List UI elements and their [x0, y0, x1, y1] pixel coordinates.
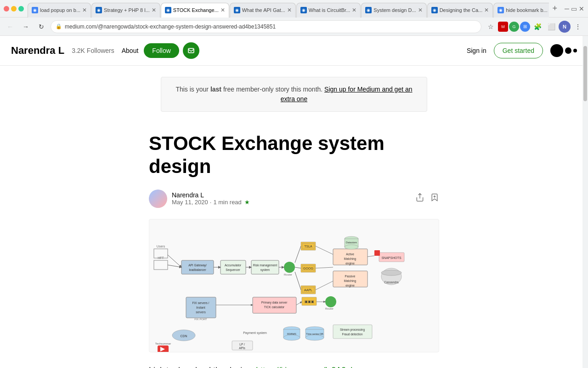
- svg-text:Matching: Matching: [344, 257, 356, 261]
- profile-circle[interactable]: N: [559, 21, 571, 33]
- minimize-window-button[interactable]: ─: [565, 5, 569, 12]
- svg-text:Stream processing: Stream processing: [340, 328, 365, 332]
- maximize-window-button[interactable]: ▭: [571, 5, 577, 12]
- svg-rect-7: [181, 260, 214, 274]
- svg-point-20: [284, 262, 295, 273]
- svg-text:Primary data server: Primary data server: [261, 301, 288, 305]
- svg-text:Fraud detection: Fraud detection: [342, 333, 363, 336]
- svg-text:Matching: Matching: [344, 279, 356, 283]
- meta-star: ★: [244, 199, 250, 206]
- ext4-button[interactable]: 🧩: [531, 20, 544, 33]
- article-meta: Narendra L May 11, 2020 · 1 min read ★: [149, 190, 439, 208]
- forward-button[interactable]: →: [19, 20, 32, 33]
- meta-details: May 11, 2020 · 1 min read ★: [172, 199, 250, 206]
- svg-text:CDN: CDN: [180, 334, 187, 338]
- maximize-traffic-light[interactable]: [18, 6, 24, 12]
- svg-text:servers: servers: [196, 310, 206, 314]
- traffic-lights: [4, 6, 24, 12]
- svg-rect-16: [251, 260, 279, 274]
- bookmark-button[interactable]: ☆: [484, 20, 497, 33]
- tab-close-tab6[interactable]: ✕: [418, 7, 423, 13]
- browser-tab-tab7[interactable]: ◉Designing the Ca...✕: [427, 3, 493, 17]
- logo-circle-mid: [565, 47, 571, 54]
- header-right: Sign in Get started: [467, 43, 577, 58]
- browser-tab-tab8[interactable]: ◉hide bookmark b...✕: [493, 3, 548, 17]
- about-link[interactable]: About: [122, 47, 139, 54]
- article-link-paragraph: Link to download the design: https://i.i…: [149, 363, 439, 368]
- svg-text:FIX servers /: FIX servers /: [192, 301, 209, 305]
- svg-text:engine: engine: [345, 284, 355, 288]
- browser-tab-tab5[interactable]: ◉What is CircuitBr...✕: [296, 3, 361, 17]
- ext3-button[interactable]: ⊞: [520, 22, 530, 32]
- svg-point-55: [345, 245, 358, 249]
- address-bar[interactable]: 🔒 medium.com/@narengowda/stock-exchange-…: [51, 20, 481, 33]
- save-button[interactable]: [430, 193, 439, 204]
- svg-rect-81: [333, 325, 372, 339]
- sign-in-link[interactable]: Sign in: [467, 47, 486, 54]
- svg-text:Payment system: Payment system: [243, 331, 267, 335]
- svg-text:Router: Router: [325, 307, 334, 310]
- tab-close-tab4[interactable]: ✕: [287, 7, 292, 13]
- reload-button[interactable]: ↻: [35, 20, 48, 33]
- followers-count: 3.2K Followers: [72, 47, 114, 54]
- medium-header: Narendra L 3.2K Followers About Follow S…: [0, 36, 588, 66]
- new-tab-button[interactable]: +: [551, 4, 560, 13]
- svg-text:Passive: Passive: [345, 275, 356, 278]
- browser-tab-tab4[interactable]: ◉What the API Gat...✕: [230, 3, 296, 17]
- browser-tab-tab1[interactable]: ◉load popup on b...✕: [28, 3, 91, 17]
- close-traffic-light[interactable]: [4, 6, 9, 12]
- tab-close-tab7[interactable]: ✕: [484, 7, 489, 13]
- meta-separator: ·: [210, 199, 212, 206]
- author-avatar: [149, 190, 167, 208]
- svg-text:loadbalancer: loadbalancer: [189, 268, 206, 271]
- svg-text:system: system: [260, 268, 270, 272]
- tab-close-tab2[interactable]: ✕: [152, 7, 156, 13]
- scrollbar-thumb[interactable]: [583, 46, 587, 101]
- tab-close-tab3[interactable]: ✕: [220, 7, 225, 13]
- diagram-container: Users HFT API Gateway/ loadbalancer Accu…: [149, 219, 439, 352]
- tab-close-tab1[interactable]: ✕: [82, 7, 87, 13]
- get-started-button[interactable]: Get started: [494, 43, 543, 58]
- tab-close-tab5[interactable]: ✕: [352, 7, 356, 13]
- svg-text:Users: Users: [157, 245, 165, 248]
- back-button[interactable]: ←: [4, 20, 17, 33]
- ext2-button[interactable]: G: [509, 22, 519, 32]
- svg-text:Accumulator: Accumulator: [225, 264, 242, 267]
- link-label: Link to download the design:: [149, 366, 254, 368]
- share-button[interactable]: [415, 193, 424, 204]
- svg-text:HFT: HFT: [158, 256, 164, 259]
- article-title: STOCK Exchange system design: [149, 132, 439, 178]
- menu-button[interactable]: ⋮: [571, 20, 584, 33]
- member-banner: This is your last free member-only story…: [161, 77, 427, 112]
- svg-text:RDBMS: RDBMS: [287, 333, 296, 335]
- svg-text:LP /: LP /: [239, 343, 245, 346]
- imgur-link[interactable]: https://i.imgur.com/lc2A9ph.png: [256, 366, 371, 368]
- svg-text:AAPL: AAPL: [304, 288, 312, 292]
- svg-rect-48: [374, 250, 380, 256]
- browser-tab-tab6[interactable]: ◉System design D...✕: [361, 3, 426, 17]
- logo-circle-big: [550, 44, 563, 57]
- svg-text:▣▣▣: ▣▣▣: [305, 300, 314, 303]
- meta-read-time: 1 min read: [213, 199, 241, 206]
- url-text: medium.com/@narengowda/stock-exchange-sy…: [65, 23, 476, 30]
- subscribe-button[interactable]: [183, 42, 199, 59]
- scrollbar[interactable]: [582, 36, 588, 368]
- svg-text:Time series DB: Time series DB: [306, 333, 323, 335]
- banner-bold: last: [210, 86, 221, 93]
- avatar-image: [149, 190, 167, 208]
- ext1-button[interactable]: M: [498, 22, 508, 32]
- svg-text:Datastore: Datastore: [346, 241, 357, 244]
- svg-text:TSLA: TSLA: [304, 245, 312, 248]
- svg-text:Instant: Instant: [196, 306, 205, 309]
- browser-tab-tab3[interactable]: ◉STOCK Exchange...✕: [161, 3, 229, 17]
- meta-author-name[interactable]: Narendra L: [172, 191, 250, 199]
- svg-text:API Gateway/: API Gateway/: [188, 264, 207, 267]
- follow-button[interactable]: Follow: [144, 43, 179, 58]
- cast-button[interactable]: ⬜: [545, 20, 558, 33]
- logo-circle-small: [573, 49, 577, 52]
- browser-tab-tab2[interactable]: ◉Strategy + PHP 8 l...✕: [91, 3, 160, 17]
- minimize-traffic-light[interactable]: [11, 6, 17, 12]
- svg-text:Techsummar: Techsummar: [155, 342, 171, 345]
- banner-text-after: free member-only story this month.: [221, 86, 322, 93]
- close-window-button[interactable]: ✕: [579, 5, 584, 12]
